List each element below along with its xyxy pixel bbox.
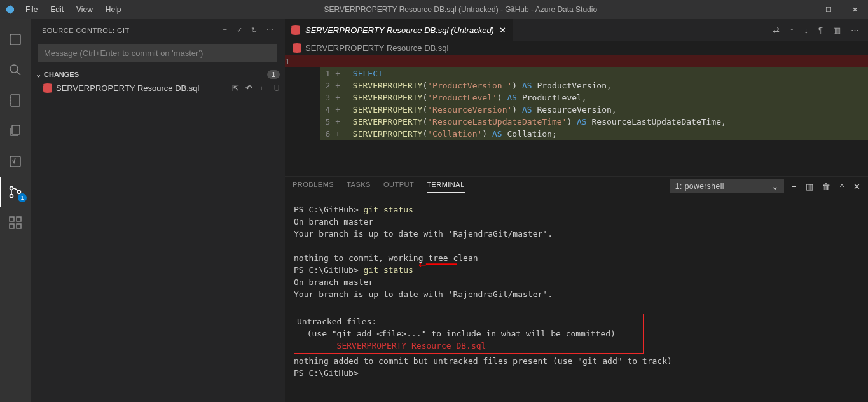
activity-search[interactable] bbox=[0, 55, 31, 85]
close-tab-icon[interactable]: ✕ bbox=[499, 25, 506, 35]
window-title: SERVERPROPERTY Resource DB.sql (Untracke… bbox=[127, 5, 796, 14]
tab-bar: SERVERPROPERTY Resource DB.sql (Untracke… bbox=[285, 19, 868, 41]
terminal-content[interactable]: PS C:\GitHub> git status On branch maste… bbox=[285, 196, 868, 402]
maximize-button[interactable]: ☐ bbox=[820, 6, 837, 14]
commit-message-input[interactable] bbox=[38, 44, 277, 62]
previous-change-icon[interactable]: ↑ bbox=[790, 25, 794, 35]
panel-tab-tasks[interactable]: TASKS bbox=[347, 181, 371, 192]
svg-rect-2 bbox=[11, 95, 20, 106]
file-status: U bbox=[274, 83, 280, 93]
sidebar-title: SOURCE CONTROL: GIT bbox=[42, 27, 223, 34]
code-line: 2 + SERVERPROPERTY('ProductVersion ') AS… bbox=[320, 80, 868, 92]
breadcrumb-bar[interactable]: SERVERPROPERTY Resource DB.sql bbox=[285, 41, 868, 55]
tab-label: SERVERPROPERTY Resource DB.sql (Untracke… bbox=[305, 25, 494, 35]
code-line: 6 + SERVERPROPERTY('Collation') AS Colla… bbox=[320, 128, 868, 140]
close-button[interactable]: ✕ bbox=[847, 6, 863, 14]
changed-file-row[interactable]: SERVERPROPERTY Resource DB.sql ⇱ ↶ + U bbox=[31, 81, 285, 95]
sidebar: SOURCE CONTROL: GIT ≡ ✓ ↻ ⋯ ⌄ CHANGES 1 … bbox=[31, 19, 285, 402]
svg-rect-3 bbox=[12, 125, 20, 134]
menu-view[interactable]: View bbox=[71, 3, 98, 17]
panel-tab-output[interactable]: OUTPUT bbox=[383, 181, 414, 192]
sidebar-header: SOURCE CONTROL: GIT ≡ ✓ ↻ ⋯ bbox=[31, 19, 285, 41]
title-bar: File Edit View Help SERVERPROPERTY Resou… bbox=[0, 0, 868, 19]
diff-original: 1 bbox=[285, 55, 320, 176]
source-control-badge: 1 bbox=[18, 193, 27, 202]
sql-file-icon bbox=[293, 45, 301, 52]
view-mode-icon[interactable]: ≡ bbox=[223, 27, 228, 34]
minimize-button[interactable]: ─ bbox=[795, 6, 810, 13]
commit-message-wrapper bbox=[38, 44, 277, 62]
bottom-panel: PROBLEMS TASKS OUTPUT TERMINAL 1: powers… bbox=[285, 176, 868, 402]
editor-actions: ⇄ ↑ ↓ ¶ ▥ ⋯ bbox=[773, 25, 868, 35]
diff-modified: — 1 + SELECT2 + SERVERPROPERTY('ProductV… bbox=[320, 55, 868, 176]
menu-help[interactable]: Help bbox=[100, 3, 127, 17]
svg-rect-8 bbox=[10, 217, 14, 221]
code-line: 3 + SERVERPROPERTY('ProductLevel') AS Pr… bbox=[320, 92, 868, 104]
panel-tab-problems[interactable]: PROBLEMS bbox=[293, 181, 334, 192]
new-terminal-icon[interactable]: + bbox=[792, 182, 797, 191]
line-number: 1 bbox=[285, 55, 298, 67]
menu-edit[interactable]: Edit bbox=[45, 3, 69, 17]
maximize-panel-icon[interactable]: ^ bbox=[840, 182, 844, 191]
main-area: 1 SOURCE CONTROL: GIT ≡ ✓ ↻ ⋯ ⌄ CHANGES … bbox=[0, 19, 868, 402]
activity-bar: 1 bbox=[0, 19, 31, 402]
panel-tabs: PROBLEMS TASKS OUTPUT TERMINAL 1: powers… bbox=[285, 177, 868, 196]
chevron-down-icon: ⌄ bbox=[36, 71, 41, 79]
changes-section[interactable]: ⌄ CHANGES 1 bbox=[31, 67, 285, 81]
more-actions-icon[interactable]: ⋯ bbox=[851, 25, 859, 35]
activity-explorer[interactable] bbox=[0, 116, 31, 146]
menu-file[interactable]: File bbox=[20, 3, 43, 17]
discard-icon[interactable]: ↶ bbox=[245, 83, 252, 93]
svg-point-6 bbox=[10, 195, 13, 198]
activity-servers[interactable] bbox=[0, 24, 31, 55]
split-terminal-icon[interactable]: ▥ bbox=[806, 182, 814, 191]
code-line: 1 + SELECT bbox=[320, 67, 868, 80]
refresh-icon[interactable]: ↻ bbox=[251, 26, 258, 34]
compare-changes-icon[interactable]: ⇄ bbox=[773, 25, 780, 35]
activity-source-control[interactable]: 1 bbox=[0, 177, 31, 207]
breadcrumb-file: SERVERPROPERTY Resource DB.sql bbox=[305, 43, 448, 53]
svg-rect-11 bbox=[17, 224, 21, 228]
editor-tab[interactable]: SERVERPROPERTY Resource DB.sql (Untracke… bbox=[285, 19, 513, 41]
svg-rect-9 bbox=[17, 217, 21, 221]
diff-editor[interactable]: 1 — 1 + SELECT2 + SERVERPROPERTY('Produc… bbox=[285, 55, 868, 176]
changes-label: CHANGES bbox=[44, 71, 267, 78]
changes-count: 1 bbox=[267, 70, 280, 79]
more-icon[interactable]: ⋯ bbox=[266, 26, 274, 34]
changed-file-name: SERVERPROPERTY Resource DB.sql bbox=[56, 83, 232, 93]
code-line: 4 + SERVERPROPERTY('ResourceVersion') AS… bbox=[320, 104, 868, 116]
kill-terminal-icon[interactable]: 🗑 bbox=[822, 182, 831, 191]
sql-file-icon bbox=[43, 85, 52, 92]
next-change-icon[interactable]: ↓ bbox=[804, 25, 809, 35]
close-panel-icon[interactable]: ✕ bbox=[853, 182, 861, 191]
annotation-arrow: ←──── bbox=[418, 258, 457, 270]
open-file-icon[interactable]: ⇱ bbox=[232, 83, 239, 93]
activity-tasks[interactable] bbox=[0, 146, 31, 177]
svg-rect-0 bbox=[10, 34, 20, 45]
code-line: 5 + SERVERPROPERTY('ResourceLastUpdateDa… bbox=[320, 116, 868, 128]
split-editor-icon[interactable]: ▥ bbox=[833, 25, 841, 35]
annotation-box: Untracked files: (use "git add <file>...… bbox=[294, 314, 644, 354]
terminal-selector[interactable]: 1: powershell bbox=[670, 179, 784, 193]
editor-area: SERVERPROPERTY Resource DB.sql (Untracke… bbox=[285, 19, 868, 402]
toggle-whitespace-icon[interactable]: ¶ bbox=[818, 25, 823, 35]
sql-file-icon bbox=[291, 27, 300, 34]
activity-extensions[interactable] bbox=[0, 207, 31, 238]
app-logo-icon bbox=[5, 4, 15, 15]
panel-tab-terminal[interactable]: TERMINAL bbox=[427, 181, 465, 193]
svg-rect-10 bbox=[10, 224, 14, 228]
commit-icon[interactable]: ✓ bbox=[237, 26, 243, 34]
menu-bar: File Edit View Help bbox=[20, 3, 127, 17]
svg-point-5 bbox=[10, 187, 13, 190]
activity-notebook[interactable] bbox=[0, 85, 31, 116]
stage-icon[interactable]: + bbox=[259, 83, 264, 93]
